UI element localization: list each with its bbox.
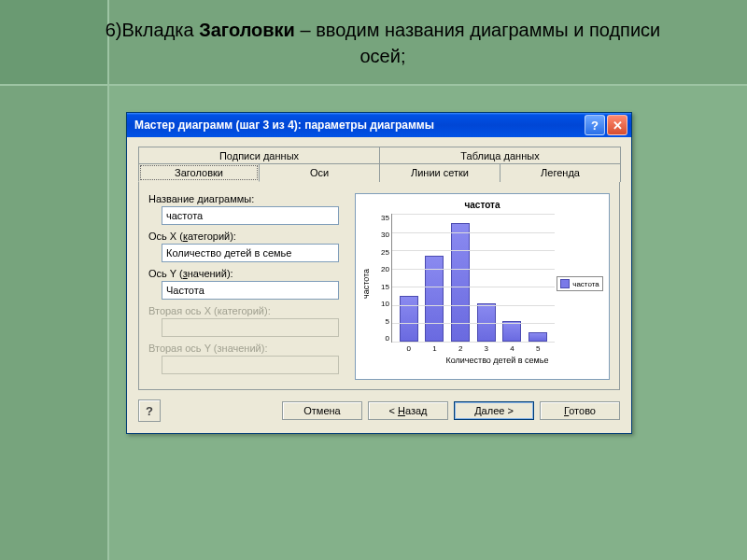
preview-chart-title: частота	[359, 200, 605, 210]
bar	[400, 296, 418, 342]
preview-legend: частота	[555, 214, 605, 354]
slide-caption: 6)Вкладка Заголовки – вводим названия ди…	[84, 17, 682, 69]
tab-legend[interactable]: Легенда	[500, 163, 621, 182]
help-icon: ?	[591, 119, 599, 133]
xaxis-label: Ось X (категорий):	[148, 231, 349, 242]
preview-ylabel: частота	[359, 214, 373, 354]
bar	[529, 332, 547, 342]
close-icon: ✕	[613, 119, 623, 133]
preview-yticks: 35302520151050	[373, 214, 391, 354]
y2axis-input	[162, 356, 339, 374]
tab-gridlines[interactable]: Линии сетки	[379, 163, 500, 182]
titlebar-close-button[interactable]: ✕	[607, 115, 627, 135]
tab-axes[interactable]: Оси	[259, 163, 380, 182]
chart-title-label: Название диаграммы:	[148, 193, 349, 204]
x2axis-input	[162, 318, 339, 337]
tab-strip: Подписи данных Таблица данных Заголовки …	[138, 147, 620, 390]
question-icon: ?	[146, 404, 153, 418]
bar	[477, 303, 496, 342]
x2axis-label: Вторая ось X (категорий):	[148, 305, 349, 316]
yaxis-input[interactable]	[162, 281, 339, 300]
tab-titles[interactable]: Заголовки	[138, 163, 260, 182]
footer-help-button[interactable]: ?	[138, 399, 161, 422]
chart-wizard-dialog: Мастер диаграмм (шаг 3 из 4): параметры …	[126, 112, 632, 434]
y2axis-label: Вторая ось Y (значений):	[148, 343, 349, 354]
titlebar[interactable]: Мастер диаграмм (шаг 3 из 4): параметры …	[127, 113, 631, 137]
cancel-button[interactable]: Отмена	[282, 401, 362, 420]
chart-title-input[interactable]	[162, 206, 339, 225]
finish-button[interactable]: Готово	[540, 401, 620, 420]
dialog-title: Мастер диаграмм (шаг 3 из 4): параметры …	[134, 119, 583, 132]
preview-grid: 012345	[391, 214, 555, 343]
back-button[interactable]: < Назад	[368, 401, 448, 420]
tab-data-table[interactable]: Таблица данных	[379, 147, 621, 164]
legend-swatch-icon	[560, 279, 570, 288]
bar	[502, 321, 521, 342]
tab-data-labels[interactable]: Подписи данных	[138, 147, 380, 164]
preview-xlabel: Количество детей в семье	[389, 356, 605, 365]
titlebar-help-button[interactable]: ?	[585, 115, 605, 135]
yaxis-label: Ось Y (значений):	[148, 268, 349, 279]
chart-preview: частота частота 35302520151050 012345	[355, 193, 610, 380]
xaxis-input[interactable]	[162, 244, 339, 262]
titles-form: Название диаграммы: Ось X (категорий): О…	[148, 193, 349, 380]
next-button[interactable]: Далее >	[454, 401, 534, 420]
